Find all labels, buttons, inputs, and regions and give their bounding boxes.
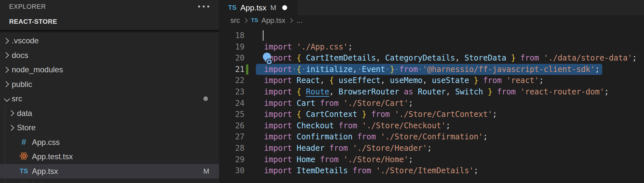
line-number[interactable]: 30: [219, 165, 244, 176]
text-selection: import·{·initialize,·Event·}·from·'@harn…: [256, 64, 602, 75]
tree-item-Store[interactable]: Store: [0, 120, 219, 135]
tree-item-label: data: [17, 109, 32, 118]
line-number[interactable]: 18: [219, 30, 244, 41]
code-line-25[interactable]: 25import { CartContext } from './Store/C…: [219, 109, 644, 120]
line-number[interactable]: 19: [219, 41, 244, 53]
line-number[interactable]: 25: [219, 109, 244, 120]
code-line-22[interactable]: 22import React, { useEffect, useMemo, us…: [219, 75, 644, 86]
tree-item-label: index.css: [32, 181, 65, 183]
code-line-30[interactable]: 30import ItemDetails from './Store/ItemD…: [219, 165, 644, 176]
tree-item-label: docs: [12, 51, 28, 60]
chevron-right-icon: [3, 81, 9, 87]
project-section-header[interactable]: REACT-STORE: [0, 13, 219, 30]
line-number[interactable]: 27: [219, 131, 244, 143]
line-number[interactable]: 26: [219, 120, 244, 132]
explorer-title: EXPLORER: [9, 3, 46, 10]
explorer-header: EXPLORER: [0, 0, 219, 13]
tree-item-label: .vscode: [12, 36, 39, 45]
tree-item-data[interactable]: data: [0, 106, 219, 121]
text-cursor: [263, 30, 264, 41]
modified-dot-badge: [203, 96, 208, 101]
typescript-icon: TS: [251, 17, 258, 24]
code-line-27[interactable]: 27import Confirmation from './Store/Conf…: [219, 131, 644, 143]
tree-item-node_modules[interactable]: node_modules: [0, 63, 219, 77]
breadcrumb-item-src[interactable]: src: [230, 16, 240, 25]
code-area[interactable]: 1819import './App.css';20import { CartIt…: [219, 25, 644, 183]
react-icon: [19, 151, 28, 162]
tab-label: App.tsx: [241, 3, 267, 12]
breadcrumb-chevron-icon: [243, 18, 248, 22]
line-number[interactable]: 20: [219, 52, 244, 64]
project-name: REACT-STORE: [9, 18, 57, 25]
code-line-21[interactable]: 21import·{·initialize,·Event·}·from·'@ha…: [219, 64, 644, 75]
typescript-icon: TS: [228, 4, 237, 11]
line-number[interactable]: 21: [219, 64, 244, 75]
section-header-shadow: [0, 30, 219, 33]
tree-item-index-css[interactable]: #index.css: [0, 178, 219, 183]
editor-group: TS App.tsx M srcTSApp.tsx... 1819import …: [219, 0, 644, 183]
tree-item-src[interactable]: src: [0, 92, 219, 106]
vscode-window: EXPLORER REACT-STORE .vscodedocsnode_mod…: [0, 0, 644, 183]
code-line-24[interactable]: 24import Cart from './Store/Cart';: [219, 98, 644, 109]
breadcrumb-chevron-icon: [288, 18, 293, 22]
line-number[interactable]: 29: [219, 154, 244, 165]
git-added-gutter-bar: [246, 64, 248, 75]
line-number[interactable]: 28: [219, 143, 244, 154]
file-tree: .vscodedocsnode_modulespublicsrcdataStor…: [0, 34, 219, 183]
line-number[interactable]: 23: [219, 86, 244, 98]
css-file-icon: #: [22, 181, 26, 183]
chevron-right-icon: [8, 110, 14, 116]
tree-item-App-test-tsx[interactable]: App.test.tsx: [0, 149, 219, 164]
chevron-down-icon: [4, 96, 10, 102]
tree-item-label: src: [12, 94, 22, 103]
tab-app-tsx[interactable]: TS App.tsx M: [219, 0, 298, 15]
more-actions-icon[interactable]: [198, 4, 210, 9]
chevron-right-icon: [3, 52, 9, 58]
explorer-sidebar: EXPLORER REACT-STORE .vscodedocsnode_mod…: [0, 0, 219, 183]
tree-item-label: App.css: [32, 138, 60, 147]
tree-item--vscode[interactable]: .vscode: [0, 34, 219, 48]
code-line-26[interactable]: 26import Checkout from './Store/Checkout…: [219, 120, 644, 132]
tree-item-public[interactable]: public: [0, 77, 219, 92]
tree-item-label: App.test.tsx: [32, 152, 73, 161]
tab-bar: TS App.tsx M: [219, 0, 644, 15]
line-number[interactable]: 22: [219, 75, 244, 86]
tree-item-label: App.tsx: [32, 167, 58, 176]
code-line-28[interactable]: 28import Header from './Store/Header';: [219, 143, 644, 154]
git-modified-badge: M: [203, 167, 209, 176]
chevron-right-icon: [3, 38, 9, 44]
tree-item-label: node_modules: [12, 65, 63, 74]
tree-item-label: Store: [17, 123, 36, 132]
chevron-right-icon: [8, 125, 14, 131]
code-line-29[interactable]: 29import Home from './Store/Home';: [219, 154, 644, 165]
breadcrumb-item-App-tsx[interactable]: TSApp.tsx: [251, 16, 285, 25]
git-modified-badge: M: [271, 4, 276, 12]
code-line-20[interactable]: 20import { CartItemDetails, CategoryDeta…: [219, 52, 644, 64]
line-number[interactable]: 24: [219, 98, 244, 109]
chevron-right-icon: [3, 67, 9, 73]
code-line-19[interactable]: 19import './App.css';: [219, 41, 644, 53]
breadcrumb: srcTSApp.tsx...: [219, 15, 644, 25]
code-line-18[interactable]: 18: [219, 30, 644, 41]
code-line-23[interactable]: 23import { Route, BrowserRouter as Route…: [219, 86, 644, 98]
tree-item-App-tsx[interactable]: TSApp.tsxM: [0, 164, 219, 179]
unsaved-dot-icon[interactable]: [282, 5, 287, 10]
lightbulb-quickfix-icon[interactable]: [261, 52, 274, 66]
typescript-icon: TS: [20, 167, 28, 175]
breadcrumb-item----[interactable]: ...: [296, 16, 302, 25]
tree-item-label: public: [12, 80, 32, 89]
tree-item-docs[interactable]: docs: [0, 48, 219, 63]
css-file-icon: #: [22, 137, 26, 147]
tree-item-App-css[interactable]: #App.css: [0, 135, 219, 150]
